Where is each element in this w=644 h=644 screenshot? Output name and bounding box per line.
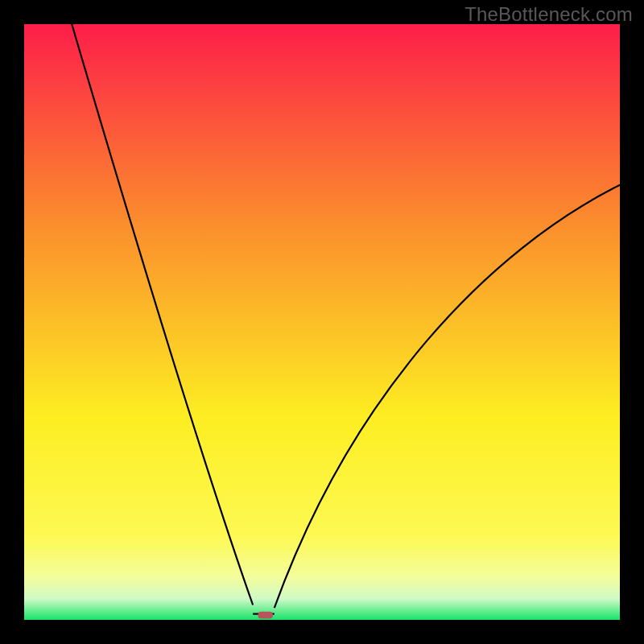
optimum-marker — [258, 612, 273, 619]
plot-area — [24, 24, 620, 620]
chart-frame: TheBottleneck.com — [0, 0, 644, 644]
chart-svg — [24, 24, 620, 620]
gradient-background — [24, 24, 620, 620]
watermark-text: TheBottleneck.com — [464, 3, 633, 26]
